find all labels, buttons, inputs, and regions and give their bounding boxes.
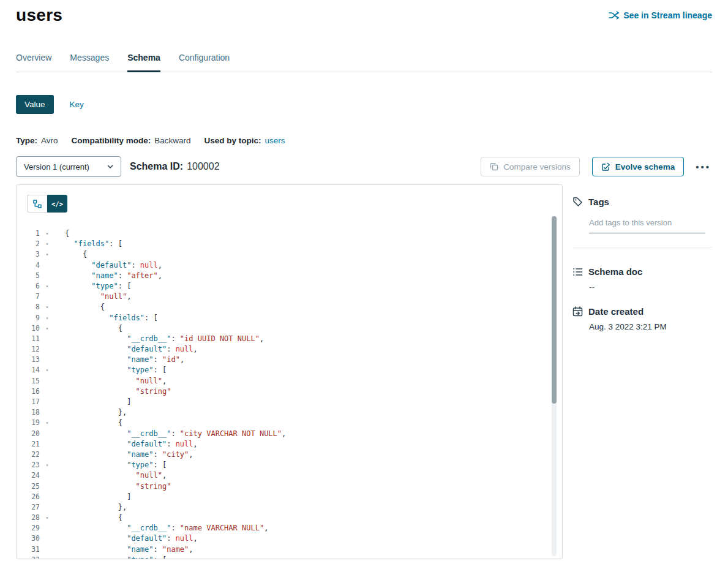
tags-section-header: Tags xyxy=(572,197,712,207)
tags-input[interactable] xyxy=(589,216,705,233)
code-line: 28▾ { xyxy=(17,513,562,523)
code-text: "type": [ xyxy=(65,365,167,375)
line-number: 14 xyxy=(17,365,40,375)
compatibility-label: Compatibility mode: xyxy=(72,136,151,145)
code-text: "string" xyxy=(65,386,171,397)
code-line: 19▾ { xyxy=(17,418,562,428)
code-text: { xyxy=(65,249,87,260)
code-view-icon: </> xyxy=(51,200,63,208)
code-line: 1▾{ xyxy=(17,228,562,239)
code-text: "default": null, xyxy=(65,439,198,450)
more-options-button[interactable]: ••• xyxy=(694,160,712,174)
code-text: ] xyxy=(65,492,131,502)
tab-configuration[interactable]: Configuration xyxy=(179,53,230,72)
line-number: 23 xyxy=(17,460,40,470)
fold-caret-icon[interactable]: ▾ xyxy=(42,365,52,375)
schema-id-label: Schema ID: xyxy=(130,161,183,172)
code-text: "type": [ xyxy=(65,555,167,559)
tab-messages[interactable]: Messages xyxy=(70,53,109,72)
fold-caret-icon[interactable]: ▾ xyxy=(42,513,52,523)
editor-scrollbar[interactable] xyxy=(552,216,557,556)
code-line: 7 "null", xyxy=(17,292,562,302)
fold-caret-icon[interactable]: ▾ xyxy=(42,460,52,470)
code-line: 31 "name": "name", xyxy=(17,544,562,555)
code-text: ] xyxy=(65,397,131,407)
stream-lineage-link[interactable]: See in Stream lineage xyxy=(609,10,712,20)
date-created-section-header: Date created xyxy=(572,306,712,317)
line-number: 5 xyxy=(17,271,40,281)
code-text: "fields": [ xyxy=(65,239,122,249)
version-select-value: Version 1 (current) xyxy=(24,162,89,171)
line-number: 11 xyxy=(17,334,40,344)
code-lines: 1▾{2▾ "fields": [3▾ {4 "default": null,5… xyxy=(17,228,562,559)
tab-overview[interactable]: Overview xyxy=(16,53,51,72)
line-number: 16 xyxy=(17,386,40,397)
code-line: 29 "__crdb__": "name VARCHAR NULL", xyxy=(17,523,562,533)
line-number: 24 xyxy=(17,470,40,481)
fold-caret-icon[interactable]: ▾ xyxy=(42,323,52,334)
fold-caret-icon[interactable]: ▾ xyxy=(42,313,52,323)
code-line: 18 }, xyxy=(17,407,562,418)
evolve-schema-button[interactable]: Evolve schema xyxy=(592,157,685,176)
main-content: </> 1▾{2▾ "fields": [3▾ {4 "default": nu… xyxy=(16,184,712,559)
scrollbar-thumb[interactable] xyxy=(552,216,557,404)
fold-caret-icon[interactable]: ▾ xyxy=(42,239,52,249)
tab-schema[interactable]: Schema xyxy=(127,53,160,72)
fold-caret-icon[interactable]: ▾ xyxy=(42,228,52,239)
chevron-down-icon xyxy=(107,165,113,168)
code-line: 23▾ "type": [ xyxy=(17,460,562,470)
fold-caret-icon[interactable]: ▾ xyxy=(42,302,52,312)
code-text: "__crdb__": "city VARCHAR NOT NULL", xyxy=(65,429,286,439)
code-text: }, xyxy=(65,502,127,513)
code-line: 14▾ "type": [ xyxy=(17,365,562,375)
code-text: "name": "name", xyxy=(65,544,193,555)
key-tab-button[interactable]: Key xyxy=(70,100,84,109)
type-label: Type: xyxy=(16,136,37,145)
code-line: 9▾ "fields": [ xyxy=(17,313,562,323)
tree-view-button[interactable] xyxy=(27,195,47,213)
code-line: 26 ] xyxy=(17,492,562,502)
line-number: 8 xyxy=(17,302,40,312)
stream-lineage-icon xyxy=(609,11,619,20)
code-line: 11 "__crdb__": "id UUID NOT NULL", xyxy=(17,334,562,344)
type-value: Avro xyxy=(41,136,58,145)
compare-versions-button[interactable]: Compare versions xyxy=(481,157,580,176)
fold-caret-icon[interactable]: ▾ xyxy=(42,418,52,428)
line-number: 15 xyxy=(17,376,40,386)
schema-page: users See in Stream lineage OverviewMess… xyxy=(0,0,728,561)
code-text: "type": [ xyxy=(65,460,167,470)
evolve-schema-label: Evolve schema xyxy=(615,162,675,171)
topic-link[interactable]: users xyxy=(265,136,285,145)
editor-view-toggle: </> xyxy=(27,195,67,213)
code-text: "null", xyxy=(65,470,167,481)
fold-caret-icon[interactable]: ▾ xyxy=(42,281,52,292)
line-number: 21 xyxy=(17,439,40,450)
code-view-button[interactable]: </> xyxy=(47,195,67,213)
line-number: 1 xyxy=(17,228,40,239)
code-line: 15 "null", xyxy=(17,376,562,386)
line-number: 19 xyxy=(17,418,40,428)
fold-caret-icon[interactable]: ▾ xyxy=(42,249,52,260)
line-number: 13 xyxy=(17,355,40,365)
tree-view-icon xyxy=(33,200,42,208)
code-line: 4 "default": null, xyxy=(17,260,562,271)
line-number: 2 xyxy=(17,239,40,249)
date-created-value: Aug. 3 2022 3:21 PM xyxy=(589,322,712,331)
fold-caret-icon[interactable]: ▾ xyxy=(42,555,52,559)
serde-toggle: Value Key xyxy=(16,95,712,114)
schema-doc-section-header: Schema doc xyxy=(572,266,712,277)
tab-bar: OverviewMessagesSchemaConfiguration xyxy=(16,53,712,72)
value-tab-button[interactable]: Value xyxy=(16,95,54,114)
code-line: 8▾ { xyxy=(17,302,562,312)
code-text: { xyxy=(65,228,69,239)
version-select[interactable]: Version 1 (current) xyxy=(16,156,121,177)
code-text: "fields": [ xyxy=(65,313,158,323)
line-number: 20 xyxy=(17,429,40,439)
line-number: 27 xyxy=(17,502,40,513)
sidebar-divider xyxy=(572,247,712,247)
line-number: 29 xyxy=(17,523,40,533)
line-number: 26 xyxy=(17,492,40,502)
code-text: { xyxy=(65,323,122,334)
schema-doc-value: -- xyxy=(589,282,712,292)
line-number: 17 xyxy=(17,397,40,407)
